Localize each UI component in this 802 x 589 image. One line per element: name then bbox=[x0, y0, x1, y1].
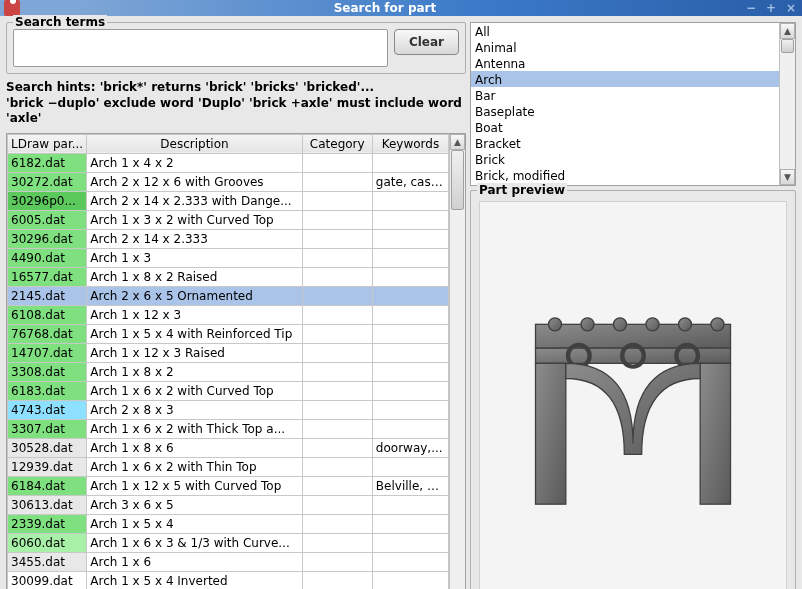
category-item[interactable]: Baseplate bbox=[471, 103, 779, 119]
table-row[interactable]: 3308.datArch 1 x 8 x 2 bbox=[8, 362, 449, 381]
table-row[interactable]: 12939.datArch 1 x 6 x 2 with Thin Top bbox=[8, 457, 449, 476]
svg-point-3 bbox=[614, 318, 627, 331]
parts-table[interactable]: LDraw par...DescriptionCategoryKeywords … bbox=[6, 133, 466, 589]
maximize-icon[interactable]: + bbox=[764, 1, 778, 15]
svg-point-2 bbox=[581, 318, 594, 331]
part-preview-group: Part preview bbox=[470, 190, 796, 589]
table-row[interactable]: 4743.datArch 2 x 8 x 3 bbox=[8, 400, 449, 419]
table-scrollbar[interactable]: ▲ ▼ bbox=[449, 134, 465, 589]
arch-preview-icon bbox=[503, 281, 763, 541]
close-icon[interactable]: × bbox=[784, 1, 798, 15]
category-item[interactable]: Bar bbox=[471, 87, 779, 103]
scroll-up-icon[interactable]: ▲ bbox=[780, 23, 795, 39]
minimize-icon[interactable]: − bbox=[744, 1, 758, 15]
svg-point-6 bbox=[711, 318, 724, 331]
table-row[interactable]: 2145.datArch 2 x 6 x 5 Ornamented bbox=[8, 286, 449, 305]
window-title: Search for part bbox=[26, 1, 744, 15]
svg-point-5 bbox=[679, 318, 692, 331]
search-terms-label: Search terms bbox=[13, 15, 107, 29]
category-item[interactable]: Boat bbox=[471, 119, 779, 135]
search-input[interactable] bbox=[13, 29, 388, 67]
category-item[interactable]: Brick, modified bbox=[471, 167, 779, 183]
scroll-up-icon[interactable]: ▲ bbox=[450, 134, 465, 150]
table-row[interactable]: 6005.datArch 1 x 3 x 2 with Curved Top bbox=[8, 210, 449, 229]
hint-line-1: Search hints: 'brick*' returns 'brick' '… bbox=[6, 80, 466, 96]
svg-rect-11 bbox=[536, 363, 566, 504]
table-row[interactable]: 30272.datArch 2 x 12 x 6 with Groovesgat… bbox=[8, 172, 449, 191]
search-hints: Search hints: 'brick*' returns 'brick' '… bbox=[6, 78, 466, 129]
table-row[interactable]: 14707.datArch 1 x 12 x 3 Raised bbox=[8, 343, 449, 362]
svg-rect-12 bbox=[700, 363, 730, 504]
column-header[interactable]: Keywords bbox=[372, 134, 448, 153]
table-row[interactable]: 16577.datArch 1 x 8 x 2 Raised bbox=[8, 267, 449, 286]
svg-point-4 bbox=[646, 318, 659, 331]
svg-rect-7 bbox=[536, 348, 731, 363]
hint-line-2: 'brick −duplo' exclude word 'Duplo' 'bri… bbox=[6, 96, 466, 127]
table-row[interactable]: 30296.datArch 2 x 14 x 2.333 bbox=[8, 229, 449, 248]
scroll-down-icon[interactable]: ▼ bbox=[780, 169, 795, 185]
table-row[interactable]: 76768.datArch 1 x 5 x 4 with Reinforced … bbox=[8, 324, 449, 343]
scroll-thumb[interactable] bbox=[781, 39, 794, 53]
column-header[interactable]: LDraw par... bbox=[8, 134, 87, 153]
category-item[interactable]: Animal bbox=[471, 39, 779, 55]
category-item[interactable]: Arch bbox=[471, 71, 779, 87]
table-row[interactable]: 3455.datArch 1 x 6 bbox=[8, 552, 449, 571]
table-row[interactable]: 2339.datArch 1 x 5 x 4 bbox=[8, 514, 449, 533]
titlebar[interactable]: Search for part − + × bbox=[0, 0, 802, 16]
scroll-thumb[interactable] bbox=[451, 150, 464, 210]
table-row[interactable]: 6183.datArch 1 x 6 x 2 with Curved Top bbox=[8, 381, 449, 400]
category-item[interactable]: All bbox=[471, 23, 779, 39]
clear-button[interactable]: Clear bbox=[394, 29, 459, 55]
category-item[interactable]: Antenna bbox=[471, 55, 779, 71]
table-row[interactable]: 3307.datArch 1 x 6 x 2 with Thick Top a.… bbox=[8, 419, 449, 438]
category-scrollbar[interactable]: ▲ ▼ bbox=[779, 23, 795, 185]
category-list[interactable]: AllAnimalAntennaArchBarBaseplateBoatBrac… bbox=[470, 22, 796, 186]
table-row[interactable]: 6184.datArch 1 x 12 x 5 with Curved TopB… bbox=[8, 476, 449, 495]
column-header[interactable]: Description bbox=[87, 134, 302, 153]
search-terms-group: Search terms Clear bbox=[6, 22, 466, 74]
table-row[interactable]: 30613.datArch 3 x 6 x 5 bbox=[8, 495, 449, 514]
table-row[interactable]: 6108.datArch 1 x 12 x 3 bbox=[8, 305, 449, 324]
column-header[interactable]: Category bbox=[302, 134, 372, 153]
app-icon bbox=[4, 0, 20, 16]
svg-point-1 bbox=[549, 318, 562, 331]
category-item[interactable]: Bracket bbox=[471, 135, 779, 151]
table-row[interactable]: 30528.datArch 1 x 8 x 6doorway,... bbox=[8, 438, 449, 457]
part-preview-canvas[interactable] bbox=[479, 201, 787, 589]
table-row[interactable]: 4490.datArch 1 x 3 bbox=[8, 248, 449, 267]
table-row[interactable]: 30099.datArch 1 x 5 x 4 Inverted bbox=[8, 571, 449, 589]
table-row[interactable]: 6182.datArch 1 x 4 x 2 bbox=[8, 153, 449, 172]
category-item[interactable]: Brick bbox=[471, 151, 779, 167]
part-preview-label: Part preview bbox=[477, 183, 567, 197]
table-row[interactable]: 6060.datArch 1 x 6 x 3 & 1/3 with Curve.… bbox=[8, 533, 449, 552]
table-row[interactable]: 30296p0...Arch 2 x 14 x 2.333 with Dange… bbox=[8, 191, 449, 210]
